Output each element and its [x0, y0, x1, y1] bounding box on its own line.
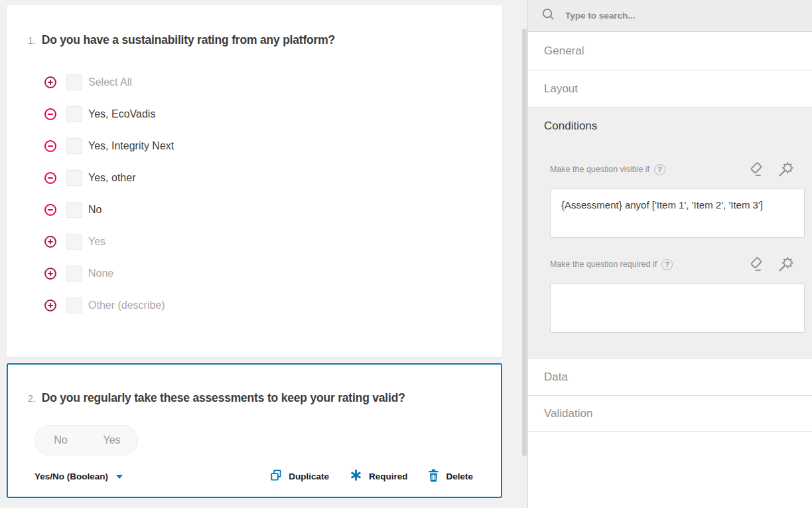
choice-checkbox[interactable] — [66, 138, 82, 154]
question-toolbar: Yes/No (Boolean) Duplicate Required — [8, 467, 501, 485]
choice-label[interactable]: Select All — [88, 76, 132, 88]
required-if-expression-input[interactable] — [550, 284, 805, 333]
toggle-no-option[interactable]: No — [35, 434, 86, 446]
clear-expression-icon[interactable] — [748, 256, 766, 274]
question-card-2-selected[interactable]: 2. Do you regularly take these assessmen… — [7, 363, 502, 498]
required-if-tools — [748, 256, 795, 274]
help-icon[interactable]: ? — [654, 164, 665, 175]
choice-row: Yes, Integrity Next — [44, 137, 174, 155]
visible-if-tools — [748, 161, 795, 179]
choice-label[interactable]: Yes, EcoVadis — [88, 108, 155, 120]
remove-choice-icon[interactable] — [44, 139, 57, 153]
conditions-panel-body: Make the question visible if ? {Assessme… — [528, 145, 812, 359]
choice-row: Other (describe) — [44, 297, 174, 314]
clear-expression-icon[interactable] — [748, 161, 766, 179]
required-button[interactable]: Required — [349, 468, 408, 485]
trash-icon — [427, 468, 440, 485]
section-layout[interactable]: Layout — [528, 70, 812, 108]
duplicate-icon — [269, 468, 283, 485]
remove-choice-icon[interactable] — [44, 203, 57, 216]
question-1-number: 1. — [28, 35, 36, 46]
choice-checkbox[interactable] — [66, 297, 82, 313]
choice-checkbox[interactable] — [66, 234, 82, 250]
vertical-scrollbar[interactable] — [522, 29, 527, 456]
section-validation[interactable]: Validation — [528, 396, 812, 432]
delete-label: Delete — [446, 471, 473, 481]
question-card-1[interactable]: 1. Do you have a sustainability rating f… — [7, 5, 502, 357]
choice-list: Select All Yes, EcoVadis — [44, 74, 174, 329]
question-1-title: Do you have a sustainability rating from… — [42, 33, 335, 47]
property-panel: General Layout Conditions Make the quest… — [527, 0, 812, 508]
section-data[interactable]: Data — [528, 359, 812, 396]
choice-checkbox[interactable] — [66, 170, 82, 186]
choice-row: Select All — [44, 74, 174, 91]
section-general[interactable]: General — [528, 32, 812, 70]
choice-checkbox[interactable] — [66, 106, 82, 122]
visible-if-expression-input[interactable]: {Assessment} anyof ['Item 1', 'Item 2', … — [550, 189, 805, 238]
required-label: Required — [369, 471, 408, 481]
section-conditions[interactable]: Conditions — [528, 108, 812, 145]
build-expression-wand-icon[interactable] — [777, 256, 795, 274]
toggle-yes-option[interactable]: Yes — [86, 434, 137, 446]
add-choice-icon[interactable] — [44, 299, 57, 312]
choice-row: Yes, other — [44, 169, 174, 187]
choice-label[interactable]: Yes, Integrity Next — [88, 140, 174, 152]
choice-label[interactable]: Other (describe) — [88, 299, 165, 311]
question-type-selector[interactable]: Yes/No (Boolean) — [34, 471, 123, 481]
choice-row: No — [44, 201, 174, 218]
duplicate-button[interactable]: Duplicate — [269, 468, 329, 485]
choice-label[interactable]: Yes — [88, 236, 105, 248]
question-actions: Duplicate Required Delete — [269, 468, 473, 485]
search-icon — [541, 7, 556, 25]
survey-design-canvas: 1. Do you have a sustainability rating f… — [0, 0, 527, 508]
search-input[interactable] — [565, 11, 764, 21]
duplicate-label: Duplicate — [289, 471, 329, 481]
choice-row: None — [44, 265, 174, 282]
add-choice-icon[interactable] — [44, 267, 57, 280]
add-choice-icon[interactable] — [44, 235, 57, 248]
required-asterisk-icon — [349, 468, 363, 485]
question-2-title: Do you regularly take these assessments … — [42, 391, 405, 405]
choice-row: Yes — [44, 233, 174, 250]
boolean-toggle[interactable]: No Yes — [34, 425, 138, 456]
required-if-label: Make the question required if — [550, 260, 657, 269]
choice-label[interactable]: No — [88, 204, 102, 216]
visible-if-row: Make the question visible if ? — [550, 161, 795, 178]
remove-choice-icon[interactable] — [44, 171, 57, 185]
choice-checkbox[interactable] — [66, 202, 82, 218]
question-1-title-row: 1. Do you have a sustainability rating f… — [28, 33, 335, 47]
choice-row: Yes, EcoVadis — [44, 106, 174, 123]
remove-choice-icon[interactable] — [44, 108, 57, 121]
choice-label[interactable]: Yes, other — [88, 172, 135, 184]
visible-if-label: Make the question visible if — [550, 165, 649, 174]
choice-checkbox[interactable] — [66, 266, 82, 282]
question-2-number: 2. — [28, 393, 36, 404]
chevron-down-icon — [116, 475, 123, 479]
question-type-label: Yes/No (Boolean) — [34, 471, 108, 481]
help-icon[interactable]: ? — [661, 259, 673, 270]
delete-button[interactable]: Delete — [427, 468, 473, 485]
required-if-row: Make the question required if ? — [550, 256, 795, 273]
property-search-row — [528, 0, 812, 32]
choice-checkbox[interactable] — [66, 74, 82, 90]
build-expression-wand-icon[interactable] — [777, 161, 795, 179]
choice-label[interactable]: None — [88, 268, 113, 280]
add-choice-icon[interactable] — [44, 76, 57, 89]
question-2-title-row: 2. Do you regularly take these assessmen… — [28, 391, 405, 405]
